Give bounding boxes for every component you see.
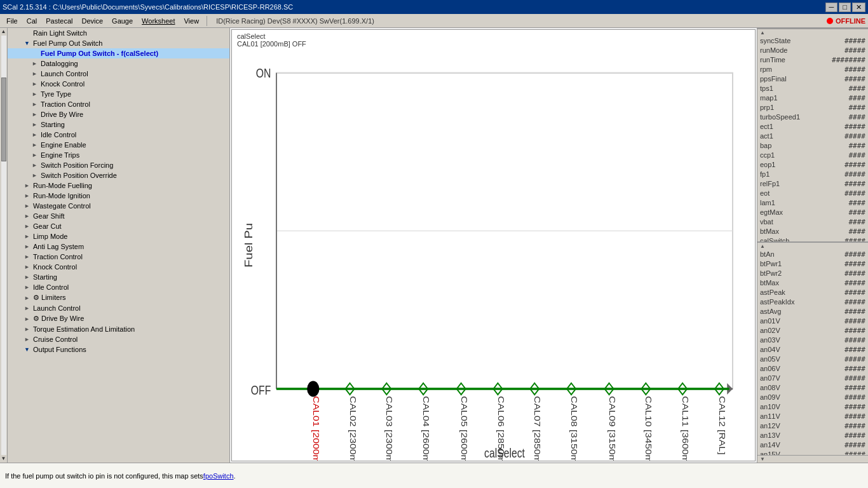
tree-item-9[interactable]: ►Starting bbox=[8, 119, 229, 130]
right-bottom-row-16[interactable]: an10V##### bbox=[757, 402, 868, 412]
right-bottom-row-5[interactable]: astPeakIdx##### bbox=[757, 297, 868, 307]
scroll-up-button[interactable]: ▲ bbox=[1, 28, 6, 36]
tree-item-16[interactable]: ►Run-Mode Ignition bbox=[8, 191, 229, 201]
right-bottom-row-21[interactable]: an15V##### bbox=[757, 450, 868, 455]
right-top-row-15[interactable]: relFp1##### bbox=[757, 179, 868, 189]
tree-arrow-13[interactable]: ► bbox=[32, 162, 39, 168]
right-top-row-5[interactable]: tps1#### bbox=[757, 84, 868, 93]
menu-cal[interactable]: Cal bbox=[23, 16, 41, 26]
tree-arrow-12[interactable]: ► bbox=[32, 152, 39, 158]
tree-arrow-27[interactable]: ► bbox=[24, 305, 32, 311]
close-button[interactable]: ✕ bbox=[852, 3, 865, 12]
tree-arrow-21[interactable]: ► bbox=[24, 243, 32, 250]
right-bottom-scroll-up[interactable]: ▲ bbox=[760, 243, 765, 249]
tree-arrow-30[interactable]: ► bbox=[24, 336, 32, 342]
tree-item-17[interactable]: ►Wastegate Control bbox=[8, 201, 229, 211]
tree-arrow-24[interactable]: ► bbox=[24, 274, 32, 280]
status-link[interactable]: fpoSwitch bbox=[203, 472, 234, 480]
right-bottom-row-8[interactable]: an02V##### bbox=[757, 326, 868, 336]
tree-arrow-16[interactable]: ► bbox=[24, 193, 32, 199]
right-bottom-row-3[interactable]: btMax##### bbox=[757, 278, 868, 288]
tree-arrow-23[interactable]: ► bbox=[24, 264, 32, 270]
right-bottom-row-2[interactable]: btPwr2##### bbox=[757, 269, 868, 278]
tree-arrow-7[interactable]: ► bbox=[32, 101, 39, 107]
right-top-row-17[interactable]: lam1#### bbox=[757, 198, 868, 208]
tree-item-23[interactable]: ►Knock Control bbox=[8, 262, 229, 272]
right-top-row-19[interactable]: vbat#### bbox=[757, 217, 868, 227]
right-bottom-row-6[interactable]: astAvg##### bbox=[757, 307, 868, 316]
tree-arrow-10[interactable]: ► bbox=[32, 132, 39, 138]
right-top-row-16[interactable]: eot##### bbox=[757, 189, 868, 198]
tree-arrow-22[interactable]: ► bbox=[24, 254, 32, 260]
right-top-row-4[interactable]: ppsFinal##### bbox=[757, 74, 868, 84]
menu-pastecal[interactable]: Pastecal bbox=[42, 16, 76, 26]
tree-arrow-25[interactable]: ► bbox=[24, 284, 32, 290]
tree-item-7[interactable]: ►Traction Control bbox=[8, 99, 229, 109]
tree-item-20[interactable]: ►Limp Mode bbox=[8, 231, 229, 241]
tree-item-25[interactable]: ►Idle Control bbox=[8, 282, 229, 292]
right-top-row-3[interactable]: rpm##### bbox=[757, 65, 868, 74]
right-top-row-21[interactable]: calSwitch##### bbox=[757, 236, 868, 241]
tree-arrow-5[interactable]: ► bbox=[32, 81, 39, 87]
menu-device[interactable]: Device bbox=[78, 16, 107, 26]
tree-item-8[interactable]: ►Drive By Wire bbox=[8, 109, 229, 119]
tree-arrow-14[interactable]: ► bbox=[32, 172, 39, 179]
tree-arrow-19[interactable]: ► bbox=[24, 223, 32, 229]
right-bottom-row-14[interactable]: an08V##### bbox=[757, 383, 868, 393]
right-bottom-row-18[interactable]: an12V##### bbox=[757, 421, 868, 431]
tree-item-10[interactable]: ►Idle Control bbox=[8, 130, 229, 140]
tree-arrow-28[interactable]: ► bbox=[24, 316, 32, 322]
menu-view[interactable]: View bbox=[180, 16, 203, 26]
right-bottom-row-19[interactable]: an13V##### bbox=[757, 431, 868, 440]
tree-item-12[interactable]: ►Engine Trips bbox=[8, 150, 229, 160]
tree-item-24[interactable]: ►Starting bbox=[8, 272, 229, 282]
tree-arrow-20[interactable]: ► bbox=[24, 233, 32, 240]
menu-worksheet[interactable]: Worksheet bbox=[138, 16, 179, 26]
tree-item-28[interactable]: ►⚙ Drive By Wire bbox=[8, 313, 229, 324]
right-bottom-row-12[interactable]: an06V##### bbox=[757, 364, 868, 374]
right-bottom-row-15[interactable]: an09V##### bbox=[757, 393, 868, 402]
right-bottom-row-0[interactable]: btAn##### bbox=[757, 250, 868, 259]
right-top-row-12[interactable]: ccp1#### bbox=[757, 151, 868, 160]
tree-arrow-3[interactable]: ► bbox=[32, 60, 39, 67]
right-scroll-down[interactable]: ▼ bbox=[760, 456, 765, 462]
cal01-marker[interactable] bbox=[308, 382, 319, 396]
right-bottom-row-10[interactable]: an04V##### bbox=[757, 345, 868, 355]
tree-item-29[interactable]: ►Torque Estimation And Limitation bbox=[8, 324, 229, 334]
tree-item-11[interactable]: ►Engine Enable bbox=[8, 140, 229, 150]
right-top-row-7[interactable]: prp1#### bbox=[757, 103, 868, 112]
minimize-button[interactable]: ─ bbox=[825, 3, 838, 12]
right-bottom-row-4[interactable]: astPeak##### bbox=[757, 288, 868, 297]
tree-item-30[interactable]: ►Cruise Control bbox=[8, 334, 229, 344]
maximize-button[interactable]: □ bbox=[839, 3, 851, 12]
scroll-down-button[interactable]: ▼ bbox=[1, 455, 6, 463]
right-top-row-13[interactable]: eop1##### bbox=[757, 160, 868, 170]
right-top-row-18[interactable]: egtMax#### bbox=[757, 208, 868, 217]
tree-arrow-18[interactable]: ► bbox=[24, 213, 32, 219]
tree-arrow-9[interactable]: ► bbox=[32, 121, 39, 128]
right-top-row-20[interactable]: btMax#### bbox=[757, 227, 868, 236]
tree-arrow-1[interactable]: ▼ bbox=[24, 40, 32, 46]
right-scroll-up[interactable]: ▲ bbox=[760, 30, 765, 36]
right-bottom-row-13[interactable]: an07V##### bbox=[757, 374, 868, 383]
tree-arrow-6[interactable]: ► bbox=[32, 91, 39, 97]
tree-arrow-8[interactable]: ► bbox=[32, 111, 39, 118]
tree-arrow-29[interactable]: ► bbox=[24, 326, 32, 332]
tree-item-5[interactable]: ►Knock Control bbox=[8, 79, 229, 89]
right-top-row-14[interactable]: fp1##### bbox=[757, 170, 868, 179]
tree-item-15[interactable]: ►Run-Mode Fuelling bbox=[8, 180, 229, 191]
right-top-row-2[interactable]: runTime######## bbox=[757, 55, 868, 65]
tree-item-18[interactable]: ►Gear Shift bbox=[8, 211, 229, 221]
right-top-row-11[interactable]: bap#### bbox=[757, 141, 868, 151]
tree-item-31[interactable]: ▼Output Functions bbox=[8, 344, 229, 355]
tree-arrow-31[interactable]: ▼ bbox=[24, 346, 32, 353]
right-top-row-6[interactable]: map1#### bbox=[757, 93, 868, 103]
tree-item-26[interactable]: ►⚙ Limiters bbox=[8, 292, 229, 303]
right-top-row-0[interactable]: syncState##### bbox=[757, 36, 868, 46]
tree-item-4[interactable]: ►Launch Control bbox=[8, 69, 229, 79]
right-top-row-10[interactable]: act1##### bbox=[757, 132, 868, 141]
right-top-row-9[interactable]: ect1##### bbox=[757, 122, 868, 132]
tree-arrow-26[interactable]: ► bbox=[24, 295, 32, 301]
tree-item-13[interactable]: ►Switch Position Forcing bbox=[8, 160, 229, 170]
right-bottom-row-7[interactable]: an01V##### bbox=[757, 316, 868, 326]
